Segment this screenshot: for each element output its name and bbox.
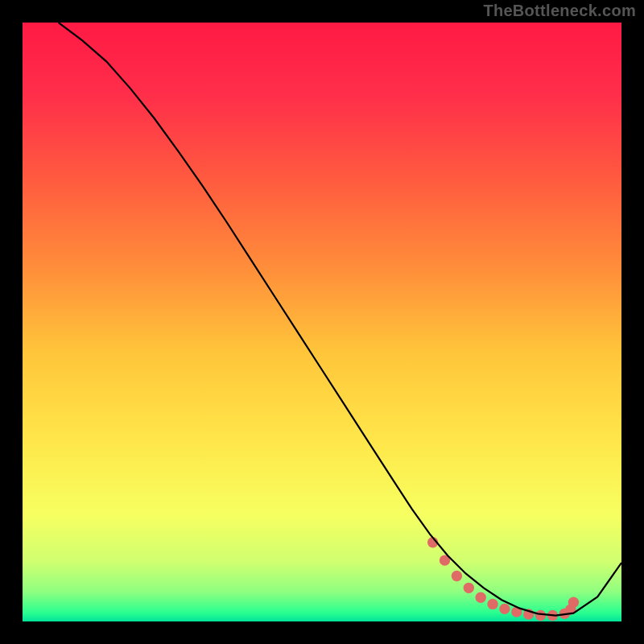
data-dot — [475, 592, 485, 603]
data-dot — [499, 604, 510, 614]
bottleneck-chart — [0, 0, 644, 644]
chart-container: TheBottleneck.com — [0, 0, 644, 644]
data-dot — [452, 571, 462, 581]
data-dot — [535, 610, 546, 621]
data-dot — [487, 599, 497, 609]
gradient-background — [23, 23, 621, 621]
data-dot — [568, 597, 579, 607]
data-dot — [464, 583, 474, 593]
